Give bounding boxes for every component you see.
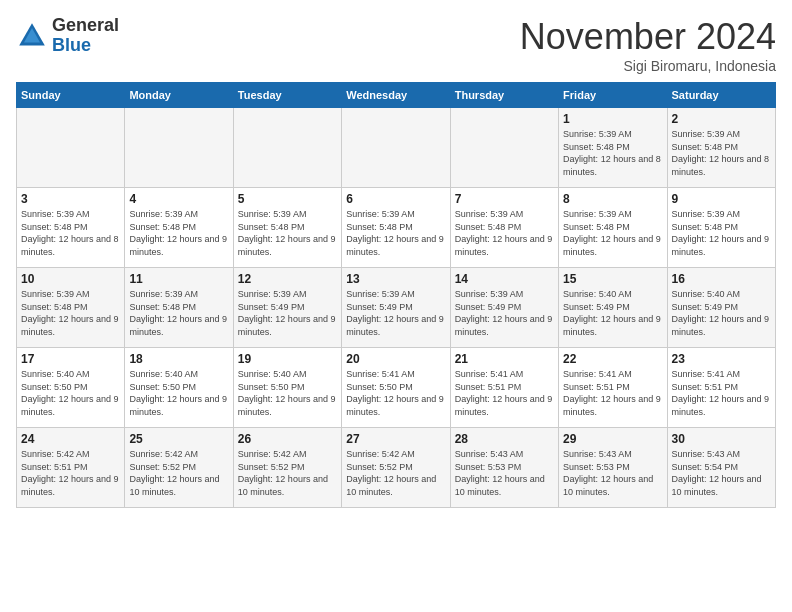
title-block: November 2024 Sigi Biromaru, Indonesia (520, 16, 776, 74)
day-number: 22 (563, 352, 662, 366)
day-cell: 11Sunrise: 5:39 AM Sunset: 5:48 PM Dayli… (125, 268, 233, 348)
day-info: Sunrise: 5:40 AM Sunset: 5:49 PM Dayligh… (563, 288, 662, 338)
day-info: Sunrise: 5:42 AM Sunset: 5:52 PM Dayligh… (129, 448, 228, 498)
day-number: 21 (455, 352, 554, 366)
day-info: Sunrise: 5:42 AM Sunset: 5:52 PM Dayligh… (346, 448, 445, 498)
location: Sigi Biromaru, Indonesia (520, 58, 776, 74)
col-header-monday: Monday (125, 83, 233, 108)
day-info: Sunrise: 5:39 AM Sunset: 5:48 PM Dayligh… (129, 208, 228, 258)
day-info: Sunrise: 5:43 AM Sunset: 5:54 PM Dayligh… (672, 448, 771, 498)
week-row-2: 3Sunrise: 5:39 AM Sunset: 5:48 PM Daylig… (17, 188, 776, 268)
day-cell: 6Sunrise: 5:39 AM Sunset: 5:48 PM Daylig… (342, 188, 450, 268)
day-number: 25 (129, 432, 228, 446)
day-info: Sunrise: 5:39 AM Sunset: 5:48 PM Dayligh… (563, 208, 662, 258)
month-title: November 2024 (520, 16, 776, 58)
day-cell: 15Sunrise: 5:40 AM Sunset: 5:49 PM Dayli… (559, 268, 667, 348)
week-row-5: 24Sunrise: 5:42 AM Sunset: 5:51 PM Dayli… (17, 428, 776, 508)
day-cell: 29Sunrise: 5:43 AM Sunset: 5:53 PM Dayli… (559, 428, 667, 508)
day-number: 9 (672, 192, 771, 206)
day-info: Sunrise: 5:39 AM Sunset: 5:48 PM Dayligh… (346, 208, 445, 258)
day-cell: 9Sunrise: 5:39 AM Sunset: 5:48 PM Daylig… (667, 188, 775, 268)
day-cell: 17Sunrise: 5:40 AM Sunset: 5:50 PM Dayli… (17, 348, 125, 428)
day-info: Sunrise: 5:39 AM Sunset: 5:48 PM Dayligh… (455, 208, 554, 258)
day-number: 14 (455, 272, 554, 286)
day-info: Sunrise: 5:40 AM Sunset: 5:50 PM Dayligh… (238, 368, 337, 418)
day-cell: 20Sunrise: 5:41 AM Sunset: 5:50 PM Dayli… (342, 348, 450, 428)
day-number: 2 (672, 112, 771, 126)
header-row: SundayMondayTuesdayWednesdayThursdayFrid… (17, 83, 776, 108)
day-cell: 27Sunrise: 5:42 AM Sunset: 5:52 PM Dayli… (342, 428, 450, 508)
day-info: Sunrise: 5:39 AM Sunset: 5:48 PM Dayligh… (563, 128, 662, 178)
day-number: 18 (129, 352, 228, 366)
logo-blue: Blue (52, 36, 119, 56)
day-number: 12 (238, 272, 337, 286)
day-info: Sunrise: 5:42 AM Sunset: 5:52 PM Dayligh… (238, 448, 337, 498)
day-info: Sunrise: 5:43 AM Sunset: 5:53 PM Dayligh… (455, 448, 554, 498)
day-cell (17, 108, 125, 188)
week-row-1: 1Sunrise: 5:39 AM Sunset: 5:48 PM Daylig… (17, 108, 776, 188)
day-cell: 8Sunrise: 5:39 AM Sunset: 5:48 PM Daylig… (559, 188, 667, 268)
day-number: 13 (346, 272, 445, 286)
day-number: 1 (563, 112, 662, 126)
day-cell: 26Sunrise: 5:42 AM Sunset: 5:52 PM Dayli… (233, 428, 341, 508)
col-header-thursday: Thursday (450, 83, 558, 108)
day-cell: 21Sunrise: 5:41 AM Sunset: 5:51 PM Dayli… (450, 348, 558, 428)
logo: General Blue (16, 16, 119, 56)
day-number: 17 (21, 352, 120, 366)
day-cell: 23Sunrise: 5:41 AM Sunset: 5:51 PM Dayli… (667, 348, 775, 428)
col-header-tuesday: Tuesday (233, 83, 341, 108)
day-info: Sunrise: 5:42 AM Sunset: 5:51 PM Dayligh… (21, 448, 120, 498)
col-header-friday: Friday (559, 83, 667, 108)
day-info: Sunrise: 5:39 AM Sunset: 5:48 PM Dayligh… (672, 128, 771, 178)
day-number: 6 (346, 192, 445, 206)
page-header: General Blue November 2024 Sigi Biromaru… (16, 16, 776, 74)
day-info: Sunrise: 5:39 AM Sunset: 5:48 PM Dayligh… (672, 208, 771, 258)
day-cell (450, 108, 558, 188)
day-info: Sunrise: 5:39 AM Sunset: 5:48 PM Dayligh… (21, 208, 120, 258)
day-cell: 18Sunrise: 5:40 AM Sunset: 5:50 PM Dayli… (125, 348, 233, 428)
day-cell: 2Sunrise: 5:39 AM Sunset: 5:48 PM Daylig… (667, 108, 775, 188)
day-cell: 19Sunrise: 5:40 AM Sunset: 5:50 PM Dayli… (233, 348, 341, 428)
day-cell: 4Sunrise: 5:39 AM Sunset: 5:48 PM Daylig… (125, 188, 233, 268)
day-number: 4 (129, 192, 228, 206)
week-row-3: 10Sunrise: 5:39 AM Sunset: 5:48 PM Dayli… (17, 268, 776, 348)
day-cell: 22Sunrise: 5:41 AM Sunset: 5:51 PM Dayli… (559, 348, 667, 428)
day-number: 8 (563, 192, 662, 206)
calendar-table: SundayMondayTuesdayWednesdayThursdayFrid… (16, 82, 776, 508)
day-cell: 16Sunrise: 5:40 AM Sunset: 5:49 PM Dayli… (667, 268, 775, 348)
day-number: 16 (672, 272, 771, 286)
day-number: 30 (672, 432, 771, 446)
day-number: 19 (238, 352, 337, 366)
day-info: Sunrise: 5:40 AM Sunset: 5:49 PM Dayligh… (672, 288, 771, 338)
logo-icon (16, 20, 48, 52)
day-info: Sunrise: 5:41 AM Sunset: 5:51 PM Dayligh… (563, 368, 662, 418)
day-info: Sunrise: 5:39 AM Sunset: 5:48 PM Dayligh… (238, 208, 337, 258)
day-info: Sunrise: 5:40 AM Sunset: 5:50 PM Dayligh… (129, 368, 228, 418)
day-number: 11 (129, 272, 228, 286)
logo-text: General Blue (52, 16, 119, 56)
day-number: 15 (563, 272, 662, 286)
day-info: Sunrise: 5:41 AM Sunset: 5:51 PM Dayligh… (672, 368, 771, 418)
day-cell: 13Sunrise: 5:39 AM Sunset: 5:49 PM Dayli… (342, 268, 450, 348)
week-row-4: 17Sunrise: 5:40 AM Sunset: 5:50 PM Dayli… (17, 348, 776, 428)
day-number: 10 (21, 272, 120, 286)
day-info: Sunrise: 5:43 AM Sunset: 5:53 PM Dayligh… (563, 448, 662, 498)
day-number: 7 (455, 192, 554, 206)
day-cell: 30Sunrise: 5:43 AM Sunset: 5:54 PM Dayli… (667, 428, 775, 508)
day-cell: 28Sunrise: 5:43 AM Sunset: 5:53 PM Dayli… (450, 428, 558, 508)
day-cell: 3Sunrise: 5:39 AM Sunset: 5:48 PM Daylig… (17, 188, 125, 268)
day-number: 5 (238, 192, 337, 206)
day-info: Sunrise: 5:41 AM Sunset: 5:50 PM Dayligh… (346, 368, 445, 418)
day-info: Sunrise: 5:39 AM Sunset: 5:48 PM Dayligh… (129, 288, 228, 338)
day-cell: 5Sunrise: 5:39 AM Sunset: 5:48 PM Daylig… (233, 188, 341, 268)
day-info: Sunrise: 5:39 AM Sunset: 5:49 PM Dayligh… (238, 288, 337, 338)
day-number: 28 (455, 432, 554, 446)
logo-general: General (52, 16, 119, 36)
day-cell: 7Sunrise: 5:39 AM Sunset: 5:48 PM Daylig… (450, 188, 558, 268)
day-number: 20 (346, 352, 445, 366)
day-info: Sunrise: 5:39 AM Sunset: 5:48 PM Dayligh… (21, 288, 120, 338)
day-number: 26 (238, 432, 337, 446)
day-info: Sunrise: 5:39 AM Sunset: 5:49 PM Dayligh… (455, 288, 554, 338)
day-info: Sunrise: 5:39 AM Sunset: 5:49 PM Dayligh… (346, 288, 445, 338)
day-cell: 12Sunrise: 5:39 AM Sunset: 5:49 PM Dayli… (233, 268, 341, 348)
